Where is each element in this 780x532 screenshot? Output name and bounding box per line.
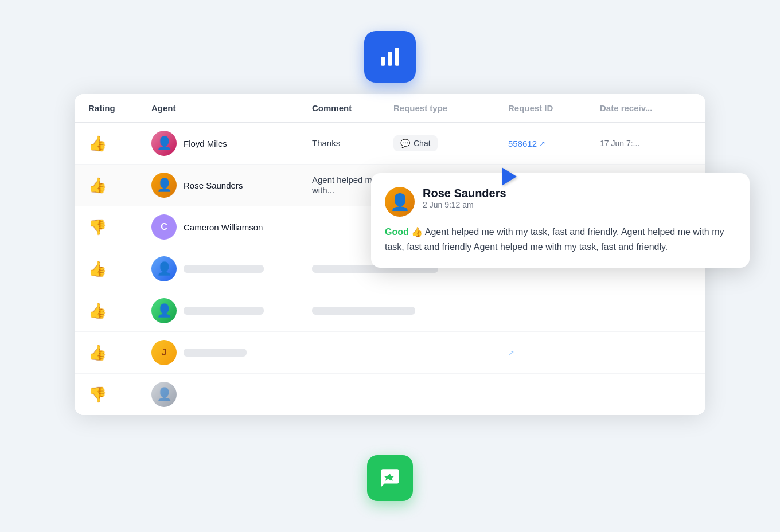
header-request-type: Request type xyxy=(393,103,508,113)
thumbs-up-icon: 👍 xyxy=(88,302,107,319)
chat-icon: 💬 xyxy=(400,139,410,148)
avatar: 👤 xyxy=(151,256,177,281)
tooltip-popup: 👤 Rose Saunders 2 Jun 9:12 am Good 👍 Age… xyxy=(371,173,750,268)
tooltip-time: 2 Jun 9:12 am xyxy=(423,200,736,209)
agent-cell: J xyxy=(151,340,312,365)
table-row: 👍 👤 xyxy=(75,290,705,332)
thumbs-up-icon: 👍 xyxy=(88,177,107,194)
date-cell: 17 Jun 7:... xyxy=(600,138,692,148)
agent-cell: 👤 xyxy=(151,298,312,323)
good-label: Good xyxy=(385,227,409,237)
agent-cell: 👤 Floyd Miles xyxy=(151,131,312,156)
agent-name: Floyd Miles xyxy=(184,139,227,148)
avatar: 👤 xyxy=(151,173,177,198)
comment-placeholder xyxy=(312,307,415,315)
comment-cell xyxy=(312,307,415,315)
header-date: Date receiv... xyxy=(600,103,692,113)
analytics-app-icon[interactable] xyxy=(364,31,416,83)
header-rating: Rating xyxy=(88,103,151,113)
request-type-cell: 💬 Chat xyxy=(393,135,508,151)
svg-rect-2 xyxy=(395,48,399,66)
comment-cell: Thanks xyxy=(312,138,393,148)
tooltip-header: 👤 Rose Saunders 2 Jun 9:12 am xyxy=(385,187,736,217)
tooltip-name: Rose Saunders xyxy=(423,187,736,200)
header-request-id: Request ID xyxy=(508,103,600,113)
external-link-icon[interactable]: ↗ xyxy=(539,139,545,148)
reviews-app-icon[interactable] xyxy=(367,455,413,501)
header-agent: Agent xyxy=(151,103,312,113)
agent-cell: C Cameron Williamson xyxy=(151,214,312,240)
avatar: C xyxy=(151,214,177,240)
agent-name-placeholder xyxy=(184,307,264,315)
table-row: 👍 👤 Floyd Miles Thanks 💬 Chat 558612 xyxy=(75,123,705,165)
agent-name-placeholder xyxy=(184,349,247,357)
agent-cell: 👤 xyxy=(151,256,312,281)
header-comment: Comment xyxy=(312,103,393,113)
agent-name-placeholder xyxy=(184,265,264,273)
agent-cell: 👤 xyxy=(151,382,312,407)
thumbs-up-inline-icon: 👍 xyxy=(411,227,425,237)
svg-rect-0 xyxy=(381,57,385,66)
avatar: 👤 xyxy=(151,131,177,156)
rating-cell: 👎 xyxy=(88,386,151,404)
avatar: J xyxy=(151,340,177,365)
table-row: 👎 👤 xyxy=(75,374,705,415)
rating-cell: 👍 xyxy=(88,177,151,194)
request-id-cell: ↗ xyxy=(508,347,600,358)
rating-cell: 👍 xyxy=(88,302,151,320)
svg-rect-1 xyxy=(388,52,392,66)
rating-cell: 👍 xyxy=(88,344,151,362)
tooltip-avatar: 👤 xyxy=(385,187,415,217)
rating-cell: 👎 xyxy=(88,218,151,236)
table-row: 👍 J ↗ xyxy=(75,332,705,374)
agent-name: Cameron Williamson xyxy=(184,222,263,232)
tooltip-body: Good 👍 Agent helped me with my task, fas… xyxy=(385,225,736,254)
avatar: 👤 xyxy=(151,298,177,323)
table-header: Rating Agent Comment Request type Reques… xyxy=(75,94,705,123)
rating-cell: 👍 xyxy=(88,135,151,152)
agent-cell: 👤 Rose Saunders xyxy=(151,173,312,198)
thumbs-down-icon: 👎 xyxy=(88,386,107,403)
external-link-icon[interactable]: ↗ xyxy=(508,349,514,357)
thumbs-up-icon: 👍 xyxy=(88,344,107,361)
thumbs-up-icon: 👍 xyxy=(88,260,107,277)
avatar: 👤 xyxy=(151,382,177,407)
agent-name: Rose Saunders xyxy=(184,181,243,190)
thumbs-down-icon: 👎 xyxy=(88,218,107,236)
tooltip-comment-text: Agent helped me with my task, fast and f… xyxy=(385,227,724,252)
request-id-cell: 558612 ↗ xyxy=(508,139,600,148)
thumbs-up-icon: 👍 xyxy=(88,135,107,152)
rating-cell: 👍 xyxy=(88,260,151,278)
